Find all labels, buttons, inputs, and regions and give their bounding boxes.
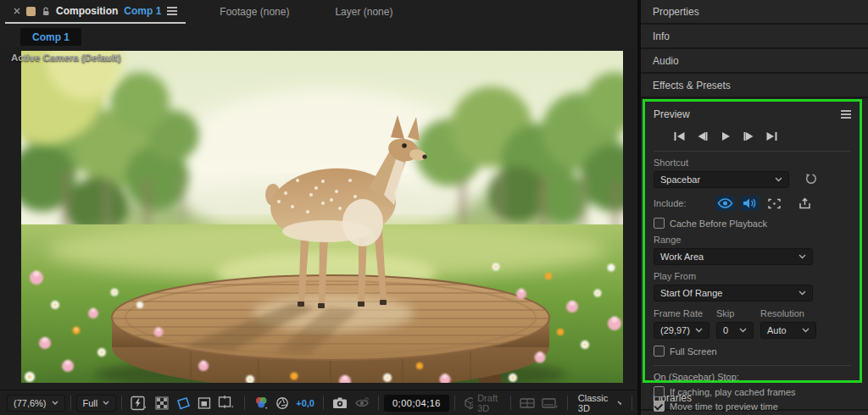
panel-header-audio[interactable]: Audio bbox=[641, 49, 868, 74]
chevron-down-icon bbox=[739, 328, 747, 333]
cube-lightning-icon bbox=[464, 396, 473, 410]
next-frame-button[interactable] bbox=[741, 130, 756, 142]
after-effects-window: Composition Comp 1 Footage (none) Layer … bbox=[0, 0, 868, 415]
composition-viewer[interactable]: Active Camera (Default) bbox=[0, 46, 637, 390]
frame-rate-value: (29,97) bbox=[660, 325, 690, 335]
chevron-down-icon bbox=[103, 401, 109, 405]
checkbox-move-time[interactable] bbox=[654, 401, 665, 412]
3d-ground-plane-icon[interactable] bbox=[538, 394, 562, 412]
show-channel-button[interactable] bbox=[250, 394, 272, 412]
include-video-eye-icon[interactable] bbox=[715, 196, 735, 211]
checkbox-cache-before-playback[interactable] bbox=[654, 218, 665, 229]
play-from-label: Play From bbox=[654, 271, 851, 281]
frame-rate-dropdown[interactable]: (29,97) bbox=[654, 322, 709, 339]
skip-value: 0 bbox=[723, 325, 728, 335]
3d-view-layout-icon[interactable] bbox=[516, 394, 538, 412]
exposure-value[interactable]: +0,0 bbox=[292, 394, 318, 412]
reset-icon[interactable] bbox=[804, 173, 817, 187]
shortcut-label: Shortcut bbox=[654, 158, 851, 168]
include-share-icon[interactable] bbox=[795, 196, 815, 211]
panel-swatch-icon bbox=[26, 7, 36, 16]
chevron-down-icon bbox=[617, 401, 622, 405]
skip-dropdown[interactable]: 0 bbox=[716, 322, 754, 339]
tab-layer[interactable]: Layer (none) bbox=[323, 0, 404, 24]
renderer-dropdown[interactable]: Classic 3D bbox=[573, 393, 626, 413]
active-camera-label: Active Camera (Default) bbox=[11, 53, 121, 63]
resolution-preview-dropdown[interactable]: Auto bbox=[760, 322, 816, 339]
mask-visibility-button[interactable] bbox=[172, 394, 194, 412]
on-stop-label: On (Spacebar) Stop: bbox=[654, 372, 851, 382]
cache-before-playback-label: Cache Before Playback bbox=[670, 219, 767, 229]
skip-label: Skip bbox=[716, 308, 754, 318]
tab-composition[interactable]: Composition Comp 1 bbox=[5, 0, 186, 24]
right-sidebar: Properties Info Audio Effects & Presets … bbox=[641, 0, 868, 415]
preview-menu-icon[interactable] bbox=[841, 110, 851, 119]
magnification-ratio-dropdown[interactable]: (77,6%) bbox=[7, 395, 65, 412]
chevron-down-icon bbox=[798, 290, 806, 296]
transport-controls bbox=[672, 130, 851, 142]
show-snapshot-icon[interactable] bbox=[351, 394, 373, 412]
grid-guides-button[interactable] bbox=[214, 394, 239, 412]
chevron-down-icon bbox=[695, 328, 703, 333]
range-value: Work Area bbox=[660, 252, 704, 262]
renderer-value: Classic 3D bbox=[578, 393, 610, 413]
move-time-label: Move time to preview time bbox=[670, 401, 778, 412]
viewer-tab-comp1[interactable]: Comp 1 bbox=[20, 28, 81, 46]
viewer-toolbar: (77,6%) Full bbox=[0, 390, 637, 415]
chevron-down-icon bbox=[52, 401, 58, 405]
lock-icon[interactable] bbox=[42, 7, 50, 16]
first-frame-button[interactable] bbox=[672, 130, 687, 142]
checkbox-full-screen[interactable] bbox=[654, 346, 665, 357]
if-caching-label: If caching, play cached frames bbox=[670, 387, 796, 397]
include-label: Include: bbox=[654, 198, 687, 208]
play-from-value: Start Of Range bbox=[660, 288, 722, 298]
scene-platform bbox=[95, 275, 566, 383]
play-button[interactable] bbox=[718, 130, 733, 142]
exposure-reset-icon[interactable] bbox=[272, 394, 292, 412]
resolution-label: Resolution bbox=[760, 308, 816, 318]
chevron-down-icon bbox=[798, 254, 806, 259]
draft-3d-label: Draft 3D bbox=[477, 393, 502, 413]
region-of-interest-button[interactable] bbox=[194, 394, 214, 412]
fast-previews-button[interactable] bbox=[127, 394, 152, 412]
panel-menu-icon[interactable] bbox=[167, 7, 177, 15]
include-overlays-icon[interactable] bbox=[765, 196, 784, 211]
close-icon[interactable] bbox=[14, 8, 20, 14]
composition-image bbox=[21, 51, 623, 383]
range-label: Range bbox=[654, 235, 851, 245]
preview-title: Preview bbox=[654, 108, 690, 120]
chevron-down-icon bbox=[802, 328, 810, 333]
zoom-value: (77,6%) bbox=[14, 398, 47, 408]
magnification-value: Full bbox=[83, 398, 98, 408]
panel-header-properties[interactable]: Properties bbox=[641, 0, 868, 25]
snapshot-camera-button[interactable] bbox=[329, 394, 351, 412]
panel-tab-bar: Composition Comp 1 Footage (none) Layer … bbox=[0, 0, 637, 24]
resolution-value: Auto bbox=[767, 325, 787, 335]
tab-composition-doc: Comp 1 bbox=[124, 5, 161, 17]
full-screen-label: Full Screen bbox=[670, 346, 717, 357]
shortcut-dropdown[interactable]: Spacebar bbox=[654, 171, 789, 188]
resolution-dropdown[interactable]: Full bbox=[76, 395, 117, 412]
tab-composition-label: Composition bbox=[56, 5, 118, 17]
preview-panel: Preview Shortcut Spacebar bbox=[643, 99, 862, 383]
chevron-down-icon bbox=[775, 177, 782, 182]
previous-frame-button[interactable] bbox=[695, 130, 710, 142]
composition-pane: Composition Comp 1 Footage (none) Layer … bbox=[0, 0, 637, 415]
transparency-grid-button[interactable] bbox=[152, 394, 172, 412]
range-dropdown[interactable]: Work Area bbox=[654, 248, 813, 265]
panel-header-info[interactable]: Info bbox=[641, 25, 868, 49]
draft-3d-toggle[interactable]: Draft 3D bbox=[460, 394, 505, 412]
panel-header-effects-presets[interactable]: Effects & Presets bbox=[641, 74, 868, 98]
tab-footage[interactable]: Footage (none) bbox=[208, 0, 301, 24]
current-time-field[interactable]: 0;00;04;16 bbox=[384, 395, 449, 412]
frame-rate-label: Frame Rate bbox=[654, 308, 709, 318]
last-frame-button[interactable] bbox=[764, 130, 779, 142]
shortcut-value: Spacebar bbox=[660, 174, 700, 185]
include-audio-speaker-icon[interactable] bbox=[740, 196, 760, 211]
play-from-dropdown[interactable]: Start Of Range bbox=[654, 285, 813, 302]
checkbox-if-caching[interactable] bbox=[654, 386, 665, 397]
viewer-tab-row: Comp 1 bbox=[0, 24, 637, 46]
